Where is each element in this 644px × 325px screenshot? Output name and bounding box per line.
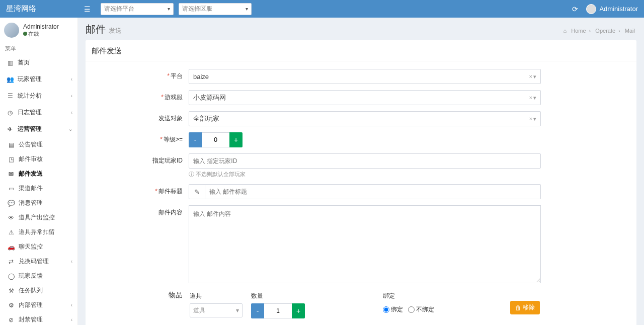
chevron-down-icon: ⌄: [68, 126, 72, 132]
box-title: 邮件发送: [86, 41, 636, 61]
comment-icon: 💬: [8, 200, 15, 207]
menu-label: 玩家反馈: [19, 272, 43, 280]
menu-label: 渠道邮件: [19, 184, 43, 193]
eye-icon: 👁: [8, 214, 15, 221]
menu-label: 公告管理: [19, 140, 43, 149]
bind-yes-label: 绑定: [391, 305, 403, 314]
clear-icon[interactable]: ×: [529, 73, 532, 80]
warning-icon: ⚠: [8, 229, 15, 236]
qty-input[interactable]: [264, 303, 292, 318]
qty-plus-button[interactable]: +: [292, 303, 305, 318]
menu-ops-mail-send[interactable]: ✉邮件发送: [0, 167, 77, 181]
caret-down-icon: ▾: [533, 95, 536, 101]
top-platform-select[interactable]: 请选择平台 ▾: [101, 3, 174, 15]
bind-no-label: 不绑定: [416, 305, 434, 314]
menu-label: 邮件审核: [19, 155, 43, 164]
menu-stats[interactable]: ☰统计分析‹: [0, 88, 77, 104]
home-icon: ⌂: [564, 28, 567, 34]
label-server: 游戏服: [165, 94, 183, 101]
chevron-left-icon: ‹: [71, 76, 72, 82]
sidebar: Administrator 在线 菜单 ▥首页 👥玩家管理‹ ☰统计分析‹ ◷日…: [0, 18, 78, 325]
exchange-icon: ⇄: [8, 258, 15, 265]
users-icon: 👥: [7, 76, 14, 83]
breadcrumb-home[interactable]: Home: [571, 28, 586, 34]
platform-select[interactable]: baize ×▾: [189, 69, 541, 84]
menu-ops-redeem[interactable]: ⇄兑换码管理‹: [0, 254, 77, 269]
menu-label: 邮件发送: [19, 170, 43, 178]
menu-ops-label: 运营管理: [18, 125, 42, 133]
label-goods: 物品: [169, 291, 183, 299]
menu-logs-label: 日志管理: [18, 108, 42, 117]
menu-ops-internal[interactable]: ⚙内部管理‹: [0, 298, 77, 312]
menu-label: 道具异常扣留: [19, 228, 55, 236]
label-title: 邮件标题: [158, 188, 183, 195]
sidebar-status: 在线: [28, 31, 39, 37]
bind-yes-input[interactable]: [383, 306, 389, 313]
bind-no-input[interactable]: [408, 306, 415, 313]
clear-icon[interactable]: ×: [529, 95, 532, 101]
breadcrumb: ⌂ Home› Operate› Mail: [562, 28, 636, 34]
title-input[interactable]: [205, 184, 541, 199]
top-zone-select[interactable]: 请选择区服 ▾: [179, 3, 252, 15]
circle-icon: ◯: [8, 273, 15, 280]
label-playerid: 指定玩家ID: [152, 157, 183, 164]
playerid-input[interactable]: [189, 153, 541, 169]
menu-ops-task-queue[interactable]: ⚒任务队列: [0, 283, 77, 298]
bind-yes-radio[interactable]: 绑定: [383, 305, 403, 314]
goods-item-select[interactable]: 道具 ▾: [190, 303, 243, 317]
menu-ops-item-out[interactable]: 👁道具产出监控: [0, 210, 77, 225]
menu-label: 道具产出监控: [19, 213, 55, 222]
sidebar-toggle[interactable]: ☰: [79, 5, 96, 13]
content-textarea[interactable]: [189, 205, 541, 283]
label-level: 等级>=: [164, 136, 183, 143]
nav-username: Administrator: [599, 5, 638, 13]
top-zone-placeholder: 请选择区服: [182, 5, 212, 13]
menu-player-label: 玩家管理: [18, 75, 42, 84]
clock-icon: ◷: [7, 109, 14, 116]
caret-down-icon: ▾: [246, 6, 248, 12]
menu-ops-notice[interactable]: ▤公告管理: [0, 137, 77, 152]
menu-ops-feedback[interactable]: ◯玩家反馈: [0, 269, 77, 283]
label-platform: 平台: [171, 72, 183, 79]
menu-ops[interactable]: ✈运营管理⌄: [0, 121, 77, 137]
level-minus-button[interactable]: -: [189, 132, 202, 147]
menu-ops-mail-audit[interactable]: ◳邮件审核: [0, 152, 77, 167]
bind-no-radio[interactable]: 不绑定: [408, 305, 434, 314]
menu-label: 消息管理: [19, 199, 43, 207]
pencil-icon: ✎: [189, 184, 205, 199]
newspaper-icon: ▤: [8, 141, 15, 148]
qty-minus-button[interactable]: -: [251, 303, 264, 318]
target-select[interactable]: 全部玩家 ×▾: [189, 111, 541, 126]
nav-user-menu[interactable]: Administrator: [586, 4, 638, 14]
menu-ops-ban[interactable]: ⊘封禁管理‹: [0, 312, 77, 325]
refresh-icon[interactable]: ⟳: [572, 5, 578, 13]
breadcrumb-operate[interactable]: Operate: [595, 28, 615, 34]
menu-stats-label: 统计分析: [18, 92, 42, 100]
status-dot-icon: [23, 32, 27, 36]
menu-ops-item-hold[interactable]: ⚠道具异常扣留: [0, 225, 77, 239]
clear-icon[interactable]: ×: [529, 116, 532, 122]
menu-logs[interactable]: ◷日志管理‹: [0, 104, 77, 121]
menu-label: 内部管理: [19, 301, 43, 309]
page-title: 邮件: [86, 23, 106, 36]
menu-ops-msg[interactable]: 💬消息管理: [0, 196, 77, 210]
server-value: 小皮源码网: [193, 93, 226, 102]
server-select[interactable]: 小皮源码网 ×▾: [189, 90, 541, 105]
chevron-left-icon: ‹: [71, 110, 72, 115]
menu-ops-chat[interactable]: 🚗聊天监控: [0, 239, 77, 254]
level-input[interactable]: [202, 132, 229, 147]
menu-player[interactable]: 👥玩家管理‹: [0, 71, 77, 88]
level-plus-button[interactable]: +: [229, 132, 243, 147]
goods-bind-header: 绑定: [383, 292, 504, 300]
plane-icon: ✈: [7, 126, 14, 133]
remove-button[interactable]: 🗑移除: [510, 301, 540, 314]
menu-label: 兑换码管理: [19, 257, 49, 266]
page-subtitle: 发送: [109, 26, 122, 35]
menu-ops-channel-mail[interactable]: ▭渠道邮件: [0, 181, 77, 196]
chevron-left-icon: ‹: [71, 259, 72, 264]
avatar-icon: [586, 4, 596, 14]
menu-home[interactable]: ▥首页: [0, 54, 77, 71]
trash-icon: 🗑: [515, 304, 521, 311]
menu-label: 封禁管理: [19, 315, 43, 324]
goods-qty-header: 数量: [251, 292, 382, 300]
